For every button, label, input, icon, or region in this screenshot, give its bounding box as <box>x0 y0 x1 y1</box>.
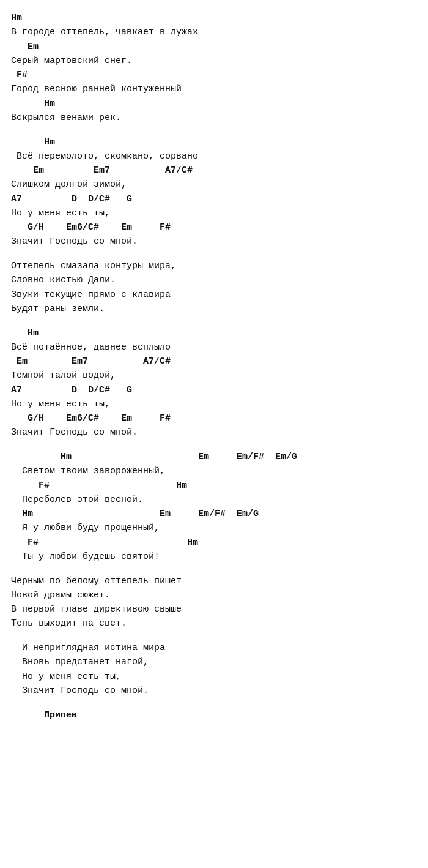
lyric-line: Будят раны земли. <box>11 302 417 316</box>
empty-line <box>11 249 417 260</box>
empty-line <box>11 440 417 451</box>
lyric-line: Новой драмы сюжет. <box>11 588 417 602</box>
chord-line: A7 D D/C# G <box>11 192 417 206</box>
empty-line <box>11 564 417 574</box>
lyric-line: Город весною ранней контуженный <box>11 82 417 96</box>
lyric-line: Серый мартовский снег. <box>11 54 417 68</box>
lyric-line: Всё перемолото, скомкано, сорвано <box>11 149 417 163</box>
chord-line: F# Hm <box>11 536 417 550</box>
chord-line: G/H Em6/C# Em F# <box>11 220 417 234</box>
lyric-line: Всё потаённое, давнее всплыло <box>11 340 417 354</box>
lyric-line: Вскрылся венами рек. <box>11 111 417 125</box>
chord-line: G/H Em6/C# Em F# <box>11 411 417 425</box>
chord-line: Hm <box>11 11 417 25</box>
lyric-line: Я у любви буду прощенный, <box>11 521 417 535</box>
lyric-line: В городе оттепель, чавкает в лужах <box>11 25 417 39</box>
empty-line <box>11 698 417 708</box>
lyric-line: Тень выходит на свет. <box>11 616 417 630</box>
lyric-line: Но у меня есть ты, <box>11 397 417 411</box>
lyric-line: Значит Господь со мной. <box>11 234 417 249</box>
lyric-line: Но у меня есть ты, <box>11 670 417 684</box>
lyric-line: Светом твоим завороженный, <box>11 464 417 478</box>
lyric-line: И неприглядная истина мира <box>11 641 417 655</box>
lyric-line: Переболев этой весной. <box>11 493 417 507</box>
lyric-line: Тёмной талой водой, <box>11 369 417 383</box>
song-content: HmВ городе оттепель, чавкает в лужах EmС… <box>11 11 417 722</box>
lyric-line: Но у меня есть ты, <box>11 206 417 220</box>
chord-line: F# Hm <box>11 479 417 493</box>
chord-line: Em <box>11 40 417 54</box>
lyric-line: Оттепель смазала контуры мира, <box>11 259 417 273</box>
chord-line: A7 D D/C# G <box>11 383 417 397</box>
lyric-line: Звуки текущие прямо с клавира <box>11 288 417 302</box>
chord-line: Hm <box>11 135 417 149</box>
chord-line: Em Em7 A7/C# <box>11 163 417 178</box>
empty-line <box>11 316 417 326</box>
empty-line <box>11 631 417 642</box>
lyric-line: Значит Господь со мной. <box>11 684 417 698</box>
lyric-line: Черным по белому оттепель пишет <box>11 574 417 588</box>
lyric-line: Значит Господь со мной. <box>11 425 417 440</box>
chord-line: F# <box>11 68 417 82</box>
lyric-line: Вновь предстанет нагой, <box>11 655 417 669</box>
chord-line: Hm Em Em/F# Em/G <box>11 507 417 521</box>
chord-line: Hm Em Em/F# Em/G <box>11 450 417 464</box>
lyric-line: В первой главе директивою свыше <box>11 602 417 616</box>
chord-line: Припев <box>11 708 417 722</box>
chord-line: Em Em7 A7/C# <box>11 354 417 369</box>
lyric-line: Ты у любви будешь святой! <box>11 550 417 564</box>
chord-line: Hm <box>11 97 417 111</box>
lyric-line: Словно кистью Дали. <box>11 273 417 287</box>
lyric-line: Слишком долгой зимой, <box>11 178 417 192</box>
chord-line: Hm <box>11 326 417 340</box>
empty-line <box>11 125 417 135</box>
